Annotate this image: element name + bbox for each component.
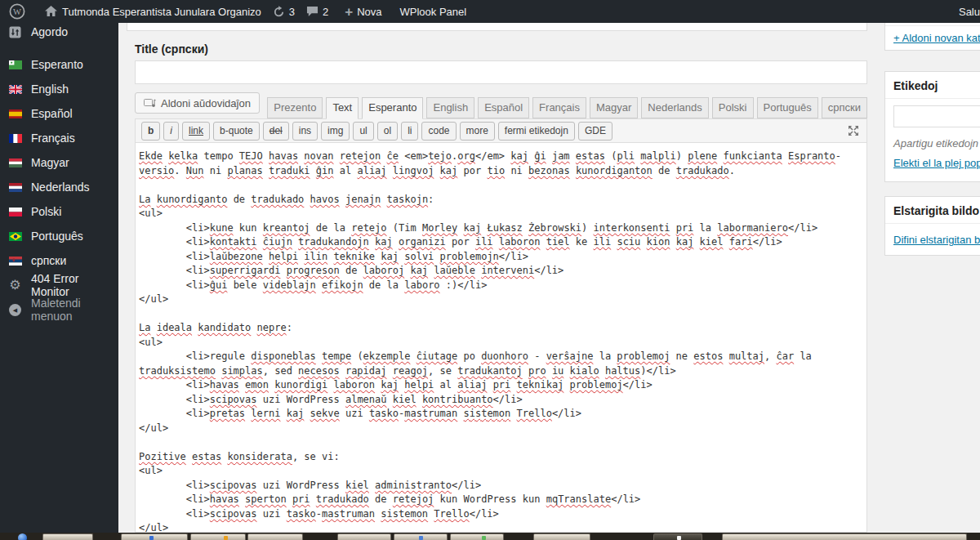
add-media-button[interactable]: Aldoni aŭdovidaĵon bbox=[135, 92, 260, 114]
updates-count: 3 bbox=[289, 6, 295, 18]
main-content: Title (српски) Aldoni aŭdovidaĵon Prezen… bbox=[118, 23, 867, 533]
editor-tab[interactable]: српски bbox=[822, 97, 867, 118]
quicktag-button[interactable]: GDE bbox=[578, 122, 612, 141]
taskbar-button[interactable] bbox=[121, 533, 188, 540]
taskbar-button[interactable] bbox=[533, 533, 590, 540]
updates-icon bbox=[273, 6, 285, 18]
sidebar-item-esperanto[interactable]: Esperanto bbox=[0, 52, 118, 77]
editor-tab[interactable]: Português bbox=[757, 97, 818, 118]
editor-tab[interactable]: Français bbox=[532, 97, 586, 118]
plus-icon: + bbox=[345, 5, 353, 19]
wplook-panel-menu[interactable]: WPlook Panel bbox=[394, 0, 473, 23]
sidebar-item-label: Magyar bbox=[31, 156, 69, 169]
tags-input[interactable] bbox=[893, 105, 980, 127]
quicktag-button[interactable]: fermi etikedojn bbox=[498, 122, 575, 141]
collapse-icon: ◀ bbox=[8, 304, 22, 316]
sidebar-item-agordo[interactable]: Agordo bbox=[0, 23, 118, 41]
quicktag-button[interactable]: code bbox=[421, 122, 456, 141]
previous-title-input-partial[interactable] bbox=[127, 23, 867, 31]
home-icon bbox=[45, 6, 57, 17]
taskbar-button[interactable] bbox=[337, 533, 391, 540]
editor-tab[interactable]: Magyar bbox=[590, 97, 638, 118]
set-featured-image-link[interactable]: Difini elstarigitan bil bbox=[893, 234, 980, 246]
quicktag-button[interactable]: i bbox=[163, 122, 179, 141]
quicktag-button[interactable]: ul bbox=[353, 122, 373, 141]
sidebar-item-magyar[interactable]: Magyar bbox=[0, 150, 118, 175]
comments-count: 2 bbox=[323, 6, 328, 18]
sidebar-item-label: Français bbox=[31, 132, 75, 145]
taskbar-button[interactable] bbox=[247, 533, 303, 540]
right-sidebar: + Aldoni novan kate Etikedoj Apartigu et… bbox=[884, 23, 980, 533]
choose-popular-tags-link[interactable]: Elekti el la plej popu bbox=[893, 157, 980, 169]
editor-tabs: Prezento Text Esperanto English bbox=[267, 97, 867, 118]
wordpress-logo-icon[interactable]: W bbox=[3, 0, 31, 23]
editor-tab[interactable]: Esperanto bbox=[362, 97, 423, 119]
flag-netherlands-icon bbox=[8, 183, 22, 192]
taskbar-button[interactable] bbox=[42, 533, 93, 540]
sidebar-item-label: Maletendi menuon bbox=[31, 297, 118, 323]
add-new-category-link[interactable]: + Aldoni novan kate bbox=[885, 26, 980, 44]
flag-poland-icon bbox=[8, 208, 22, 216]
text-editor: b i link b-quote del ins img ul ol bbox=[135, 118, 867, 533]
admin-sidebar-menu: Agordo Esperanto English bbox=[0, 23, 118, 533]
quicktag-button[interactable]: b-quote bbox=[213, 122, 260, 141]
quicktag-button[interactable]: ol bbox=[377, 122, 398, 141]
quicktag-button[interactable]: link bbox=[182, 122, 210, 141]
taskbar-button[interactable] bbox=[722, 533, 967, 540]
sidebar-item-collapse-menu[interactable]: ◀ Maletendi menuon bbox=[0, 297, 118, 322]
comments-icon bbox=[306, 6, 318, 17]
user-greeting[interactable]: Salu bbox=[953, 0, 980, 23]
sidebar-item-label: English bbox=[31, 83, 69, 96]
flag-uk-icon bbox=[8, 85, 22, 94]
site-name: Tutmonda Esperantista Junulara Organizo bbox=[62, 6, 261, 18]
quicktag-button[interactable]: b bbox=[141, 122, 160, 141]
taskbar-button[interactable] bbox=[653, 533, 702, 540]
taskbar bbox=[0, 533, 980, 540]
new-content-menu[interactable]: + Nova bbox=[339, 0, 387, 23]
flag-spain-icon bbox=[8, 109, 22, 118]
sidebar-item-nederlands[interactable]: Nederlands bbox=[0, 175, 118, 199]
editor-tab[interactable]: Text bbox=[326, 97, 359, 119]
sidebar-item-label: Agordo bbox=[31, 25, 68, 38]
sidebar-item-polski[interactable]: Polski bbox=[0, 199, 118, 224]
site-menu[interactable]: Tutmonda Esperantista Junulara Organizo bbox=[39, 0, 267, 23]
sidebar-item-espanol[interactable]: Español bbox=[0, 101, 118, 126]
editor-tab[interactable]: Prezento bbox=[267, 97, 323, 118]
sidebar-item-label: Esperanto bbox=[31, 58, 83, 71]
editor-textarea[interactable]: Ekde kelka tempo TEJO havas novan retejo… bbox=[136, 143, 866, 532]
sidebar-item-label: српски bbox=[31, 254, 66, 267]
quicktag-button[interactable]: li bbox=[401, 122, 418, 141]
title-input[interactable] bbox=[135, 60, 867, 84]
sidebar-item-label: Polski bbox=[31, 205, 61, 218]
sidebar-item-francais[interactable]: Français bbox=[0, 126, 118, 150]
fullscreen-icon[interactable] bbox=[847, 124, 860, 141]
flag-brazil-icon bbox=[8, 232, 22, 241]
sidebar-item-404-monitor[interactable]: ⚙ 404 Error Monitor bbox=[0, 273, 118, 297]
quicktag-button[interactable]: img bbox=[321, 122, 350, 141]
new-content-label: Nova bbox=[357, 6, 381, 18]
editor-tab[interactable]: Español bbox=[478, 97, 529, 118]
sidebar-item-srpski[interactable]: српски bbox=[0, 248, 118, 273]
sidebar-item-portugues[interactable]: Português bbox=[0, 224, 118, 248]
comments-menu[interactable]: 2 bbox=[301, 0, 334, 23]
taskbar-button[interactable] bbox=[394, 533, 448, 540]
gear-icon: ⚙ bbox=[8, 279, 22, 292]
sidebar-item-label: Nederlands bbox=[31, 181, 90, 194]
admin-bar: W Tutmonda Esperantista Junulara Organiz… bbox=[0, 0, 980, 23]
quicktag-button[interactable]: ins bbox=[292, 122, 318, 141]
sidebar-item-label: 404 Error Monitor bbox=[31, 272, 118, 298]
editor-tab[interactable]: Polski bbox=[712, 97, 754, 118]
quicktag-button[interactable]: del bbox=[263, 122, 289, 141]
flag-france-icon bbox=[8, 134, 22, 143]
editor-tab[interactable]: Nederlands bbox=[641, 97, 709, 118]
quicktag-button[interactable]: more bbox=[460, 122, 495, 141]
updates-menu[interactable]: 3 bbox=[267, 0, 301, 23]
sidebar-item-label: Español bbox=[31, 107, 73, 120]
taskbar-button[interactable] bbox=[190, 533, 246, 540]
sidebar-item-english[interactable]: English bbox=[0, 77, 118, 101]
start-button[interactable] bbox=[18, 533, 27, 540]
editor-tab[interactable]: English bbox=[426, 97, 474, 118]
wordpress-admin-screen: W Tutmonda Esperantista Junulara Organiz… bbox=[0, 0, 980, 540]
title-field-label: Title (српски) bbox=[135, 42, 208, 56]
taskbar-button[interactable] bbox=[450, 533, 504, 540]
